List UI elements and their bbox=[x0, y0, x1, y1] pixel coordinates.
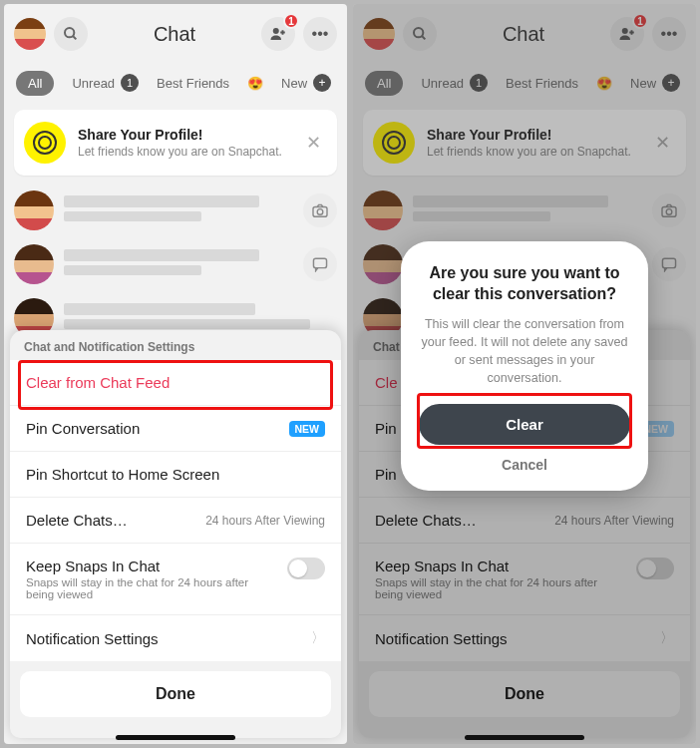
alert-clear-button[interactable]: Clear bbox=[419, 404, 630, 445]
search-icon bbox=[63, 26, 79, 42]
close-icon[interactable]: ✕ bbox=[300, 126, 327, 160]
phone-right: Chat 1 ••• All Unread 1 Best Friends 😍 N… bbox=[353, 4, 696, 744]
plus-icon: + bbox=[313, 74, 331, 92]
filter-bar: All Unread 1 Best Friends 😍 New + bbox=[4, 64, 347, 102]
add-friend-button[interactable]: 1 bbox=[261, 17, 295, 51]
phone-left: Chat 1 ••• All Unread 1 Best Friends 😍 N… bbox=[4, 4, 347, 744]
delete-time: 24 hours After Viewing bbox=[205, 514, 325, 528]
unread-count: 1 bbox=[121, 74, 139, 92]
svg-point-0 bbox=[65, 28, 74, 37]
header-bar: Chat 1 ••• bbox=[4, 4, 347, 64]
home-indicator bbox=[465, 735, 584, 740]
more-icon: ••• bbox=[312, 25, 329, 43]
chat-icon bbox=[311, 256, 329, 272]
avatar bbox=[14, 244, 54, 284]
new-badge: NEW bbox=[289, 421, 326, 437]
camera-button[interactable] bbox=[303, 193, 337, 227]
row-clear-chat-feed[interactable]: Clear from Chat Feed bbox=[10, 360, 341, 406]
avatar bbox=[14, 190, 54, 230]
done-button[interactable]: Done bbox=[20, 671, 331, 717]
alert-title: Are you sure you want to clear this conv… bbox=[419, 263, 630, 305]
sheet-title: Chat and Notification Settings bbox=[10, 330, 341, 360]
share-title: Share Your Profile! bbox=[78, 127, 282, 143]
notification-badge: 1 bbox=[283, 13, 299, 29]
person-icon bbox=[33, 131, 57, 155]
filter-all[interactable]: All bbox=[16, 71, 54, 96]
more-button[interactable]: ••• bbox=[303, 17, 337, 51]
home-indicator bbox=[116, 735, 235, 740]
row-keep-snaps[interactable]: Keep Snaps In Chat Snaps will stay in th… bbox=[10, 544, 341, 615]
search-button[interactable] bbox=[54, 17, 88, 51]
share-icon-circle bbox=[24, 122, 66, 164]
svg-point-2 bbox=[273, 28, 279, 34]
action-sheet: Chat and Notification Settings Clear fro… bbox=[10, 330, 341, 738]
svg-point-4 bbox=[317, 209, 323, 215]
filter-new[interactable]: New + bbox=[281, 74, 331, 92]
camera-icon bbox=[311, 203, 329, 217]
svg-rect-5 bbox=[313, 258, 326, 267]
chevron-right-icon: 〉 bbox=[311, 629, 325, 647]
my-avatar[interactable] bbox=[14, 18, 46, 50]
confirm-alert: Are you sure you want to clear this conv… bbox=[401, 241, 648, 491]
add-friend-icon bbox=[269, 25, 287, 43]
keep-snaps-toggle[interactable] bbox=[287, 558, 325, 579]
filter-unread[interactable]: Unread 1 bbox=[72, 74, 139, 92]
row-pin-conversation[interactable]: Pin Conversation NEW bbox=[10, 406, 341, 452]
filter-emoji[interactable]: 😍 bbox=[247, 76, 263, 91]
row-notification-settings[interactable]: Notification Settings 〉 bbox=[10, 615, 341, 661]
keep-subtitle: Snaps will stay in the chat for 24 hours… bbox=[26, 576, 255, 600]
alert-body: This will clear the conversation from yo… bbox=[419, 315, 630, 388]
conversation-row[interactable] bbox=[4, 237, 347, 291]
row-pin-home[interactable]: Pin Shortcut to Home Screen bbox=[10, 452, 341, 498]
share-profile-card[interactable]: Share Your Profile! Let friends know you… bbox=[14, 110, 337, 176]
page-title: Chat bbox=[96, 23, 253, 46]
share-subtitle: Let friends know you are on Snapchat. bbox=[78, 145, 282, 159]
filter-unread-label: Unread bbox=[72, 76, 115, 91]
chat-button[interactable] bbox=[303, 247, 337, 281]
alert-cancel-button[interactable]: Cancel bbox=[419, 457, 630, 473]
conversation-row[interactable] bbox=[4, 184, 347, 237]
filter-best-friends[interactable]: Best Friends bbox=[157, 76, 229, 91]
svg-line-1 bbox=[73, 36, 76, 39]
row-delete-chats[interactable]: Delete Chats… 24 hours After Viewing bbox=[10, 498, 341, 544]
